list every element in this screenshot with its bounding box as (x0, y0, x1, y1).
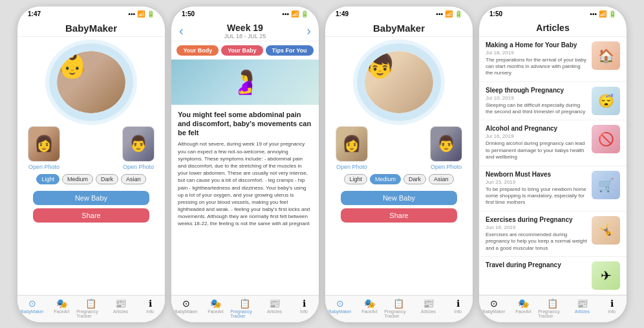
mom-thumb-1: 👩 (28, 126, 60, 162)
dad-block-3: 👨 Open Photo (430, 126, 462, 170)
tab-tracker-2[interactable]: 📋 Pregnancy Tracker (230, 298, 260, 318)
article-item[interactable]: Sleep through Pregnancy Jul 10, 2019 Sle… (479, 82, 627, 121)
skin-btn-light-1[interactable]: Light (36, 174, 59, 184)
tab-your-body[interactable]: Your Body (177, 45, 219, 56)
share-btn-1[interactable]: Share (33, 208, 149, 223)
tab-info-4[interactable]: ℹ Info (597, 298, 627, 318)
tab-faceart-3[interactable]: 🎭 FaceArt (355, 298, 385, 318)
skin-btn-light-3[interactable]: Light (344, 174, 367, 184)
battery-4: 🔋 (608, 10, 616, 17)
article-item[interactable]: Newborn Must Haves Jun 23, 2019 To be pr… (479, 166, 627, 212)
tab-tracker-3[interactable]: 📋 Pregnancy Tracker (384, 298, 414, 318)
dad-thumb-1: 👨 (122, 126, 155, 162)
skin-btn-asian-1[interactable]: Asian (121, 174, 146, 184)
mom-face-1: 👩 (28, 127, 59, 161)
dad-face-1: 👨 (123, 127, 154, 161)
tracker-icon-2: 📋 (239, 298, 250, 309)
tab-tips-for-you[interactable]: Tips For You (266, 45, 314, 56)
new-baby-btn-3[interactable]: New Baby (341, 191, 457, 205)
tab-articles-1[interactable]: 📰 Articles (106, 298, 136, 318)
screen-3: BabyMaker 👦 👩 Open Photo (325, 19, 473, 295)
open-photo-btn-dad-1[interactable]: Open Photo (123, 164, 154, 170)
phone-4: 1:50 ▪▪▪ 📶 🔋 Articles Making a Home for … (478, 6, 627, 323)
articles-icon-1: 📰 (115, 298, 126, 309)
skin-tone-row-1: Light Medium Dark Asian (17, 170, 165, 188)
tab-info-2[interactable]: ℹ Info (289, 298, 319, 318)
wifi-3: 📶 (445, 10, 453, 17)
time-3: 1:49 (336, 10, 349, 17)
signal-icons-2: ▪▪▪ 📶 🔋 (282, 10, 308, 17)
article-thumb-1: 😴 (592, 87, 620, 115)
tab-faceart-1[interactable]: 🎭 FaceArt (47, 298, 77, 318)
article-date-2: Jul 16, 2019 (486, 133, 588, 139)
battery-2: 🔋 (301, 10, 308, 17)
article-date-4: Jun 16, 2019 (486, 224, 588, 230)
next-week-btn[interactable]: › (306, 23, 311, 38)
article-item[interactable]: Making a Home for Your Baby Jul 18, 2019… (479, 37, 627, 82)
article-item[interactable]: Travel during Pregnancy ✈ (479, 257, 627, 295)
wifi-4: 📶 (599, 10, 606, 17)
signal-2: ▪▪▪ (282, 10, 289, 17)
babymaker-icon-3: ⊙ (336, 298, 344, 309)
tab-tracker-4[interactable]: 📋 Pregnancy Tracker (538, 298, 568, 318)
skin-btn-medium-1[interactable]: Medium (62, 174, 93, 184)
tab-bar-2: ⊙ BabyMaker 🎭 FaceArt 📋 Pregnancy Tracke… (171, 295, 319, 322)
screen-1: BabyMaker 👶 👩 Open Photo (17, 19, 165, 295)
faceart-icon-4: 🎭 (518, 298, 529, 309)
wifi-2: 📶 (291, 10, 299, 17)
article-text-0: Making a Home for Your Baby Jul 18, 2019… (486, 41, 588, 77)
skin-btn-dark-1[interactable]: Dark (96, 174, 118, 184)
parent-photos-1: 👩 Open Photo 👨 Open Photo (17, 121, 165, 170)
article-thumb-2: 🚫 (592, 125, 620, 153)
tab-info-3[interactable]: ℹ Info (443, 298, 473, 318)
skin-btn-dark-3[interactable]: Dark (403, 174, 426, 184)
open-photo-btn-mom-1[interactable]: Open Photo (28, 164, 59, 170)
open-photo-btn-dad-3[interactable]: Open Photo (431, 164, 462, 170)
article-item[interactable]: Alcohol and Pregnancy Jul 16, 2019 Drink… (479, 120, 627, 166)
article-date-0: Jul 18, 2019 (486, 50, 588, 56)
phone-2: 1:50 ▪▪▪ 📶 🔋 ‹ Week 19 JUL 18 - JUL 25 ›… (171, 6, 319, 323)
app-header-3: BabyMaker (325, 19, 473, 37)
tab-your-baby[interactable]: Your Baby (221, 45, 263, 56)
prev-week-btn[interactable]: ‹ (179, 23, 184, 38)
week-range: JUL 18 - JUL 25 (224, 33, 266, 39)
tracker-headline: You might feel some abdominal pain and d… (178, 110, 312, 138)
tab-articles-3[interactable]: 📰 Articles (414, 298, 444, 318)
article-title-0: Making a Home for Your Baby (486, 41, 588, 49)
dad-face-3: 👨 (431, 127, 462, 161)
tab-babymaker-1[interactable]: ⊙ BabyMaker (17, 298, 47, 318)
article-title-3: Newborn Must Haves (486, 171, 588, 178)
app-header-1: BabyMaker (17, 19, 165, 37)
dad-thumb-3: 👨 (430, 126, 462, 162)
signal-icon: ▪▪▪ (128, 10, 135, 17)
tab-faceart-4[interactable]: 🎭 FaceArt (509, 298, 539, 318)
cloud-frame-1: 👶 (49, 43, 133, 121)
tab-babymaker-3[interactable]: ⊙ BabyMaker (325, 298, 355, 318)
cloud-frame-3: 👦 (357, 43, 441, 121)
articles-icon-2: 📰 (269, 298, 280, 309)
share-btn-3[interactable]: Share (341, 208, 457, 223)
tab-babymaker-4[interactable]: ⊙ BabyMaker (479, 298, 509, 318)
dad-block-1: 👨 Open Photo (122, 126, 155, 170)
article-text-1: Sleep through Pregnancy Jul 10, 2019 Sle… (486, 87, 588, 116)
article-title-4: Exercises during Pregnancy (486, 216, 588, 223)
article-text-3: Newborn Must Haves Jun 23, 2019 To be pr… (486, 171, 588, 206)
skin-btn-asian-3[interactable]: Asian (429, 174, 454, 184)
tab-faceart-2[interactable]: 🎭 FaceArt (201, 298, 231, 318)
articles-list: Making a Home for Your Baby Jul 18, 2019… (479, 37, 627, 295)
skin-btn-medium-3[interactable]: Medium (370, 174, 401, 184)
mom-block-3: 👩 Open Photo (336, 126, 368, 170)
new-baby-btn-1[interactable]: New Baby (33, 191, 149, 205)
tab-info-1[interactable]: ℹ Info (135, 298, 165, 318)
tab-tracker-1[interactable]: 📋 Pregnancy Tracker (76, 298, 106, 318)
status-bar-3: 1:49 ▪▪▪ 📶 🔋 (325, 6, 473, 19)
info-icon-3: ℹ (456, 298, 460, 309)
tab-articles-4[interactable]: 📰 Articles (568, 298, 597, 318)
signal-3: ▪▪▪ (436, 10, 443, 17)
article-item[interactable]: Exercises during Pregnancy Jun 16, 2019 … (479, 212, 627, 257)
open-photo-btn-mom-3[interactable]: Open Photo (336, 164, 367, 170)
tab-babymaker-2[interactable]: ⊙ BabyMaker (171, 298, 201, 318)
tab-articles-2[interactable]: 📰 Articles (260, 298, 290, 318)
signal-icons-3: ▪▪▪ 📶 🔋 (436, 10, 462, 17)
article-thumb-5: ✈ (592, 261, 620, 290)
